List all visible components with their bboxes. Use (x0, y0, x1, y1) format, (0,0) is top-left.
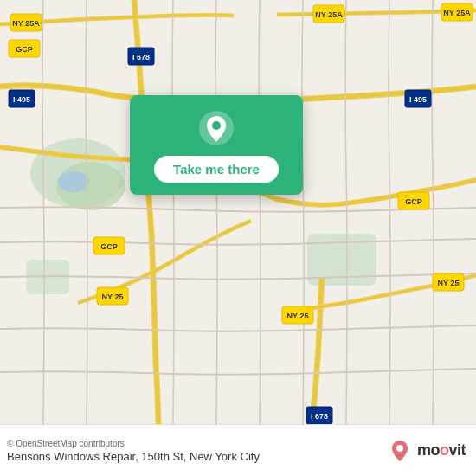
location-pin-icon (197, 109, 235, 147)
svg-text:GCP: GCP (405, 197, 422, 206)
svg-point-33 (212, 121, 221, 130)
svg-text:NY 25: NY 25 (438, 279, 460, 287)
svg-text:I 495: I 495 (409, 95, 427, 104)
svg-text:I 678: I 678 (311, 412, 328, 421)
svg-text:I 495: I 495 (13, 95, 30, 104)
svg-point-34 (396, 445, 403, 452)
moovit-brand-text: moovit (417, 441, 466, 460)
map-roads: NY 25A NY 25A NY 25A I 678 I 495 I 495 G… (0, 0, 476, 424)
bottom-bar: © OpenStreetMap contributors Bensons Win… (0, 424, 476, 476)
svg-text:NY 25: NY 25 (102, 293, 124, 301)
take-me-there-button[interactable]: Take me there (154, 156, 279, 183)
location-card: Take me there (130, 95, 303, 195)
svg-text:GCP: GCP (16, 45, 33, 54)
location-name: Bensons Windows Repair, 150th St, New Yo… (7, 450, 260, 463)
svg-text:I 678: I 678 (132, 53, 150, 61)
map-container: NY 25A NY 25A NY 25A I 678 I 495 I 495 G… (0, 0, 476, 424)
svg-text:GCP: GCP (100, 242, 118, 251)
svg-text:NY 25: NY 25 (287, 312, 309, 320)
moovit-logo: moovit (388, 439, 466, 463)
svg-text:NY 25A: NY 25A (315, 10, 343, 19)
bottom-left-info: © OpenStreetMap contributors Bensons Win… (7, 439, 260, 463)
osm-credit: © OpenStreetMap contributors (7, 439, 260, 448)
svg-text:NY 25A: NY 25A (443, 9, 471, 17)
svg-text:NY 25A: NY 25A (12, 19, 40, 28)
moovit-pin-icon (388, 439, 412, 463)
svg-point-5 (58, 171, 89, 192)
